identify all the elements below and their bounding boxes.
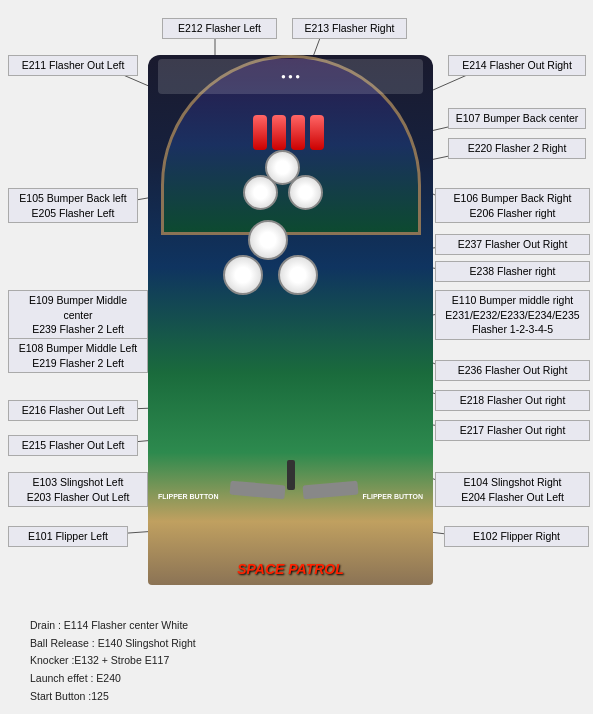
label-e216: E216 Flasher Out Left — [8, 400, 138, 421]
label-e218: E218 Flasher Out right — [435, 390, 590, 411]
label-e105-205: E105 Bumper Back leftE205 Flasher Left — [8, 188, 138, 223]
label-e213: E213 Flasher Right — [292, 18, 407, 39]
label-e236: E236 Flasher Out Right — [435, 360, 590, 381]
label-e109-239: E109 Bumper Middle centerE239 Flasher 2 … — [8, 290, 148, 340]
label-e108-219: E108 Bumper Middle LeftE219 Flasher 2 Le… — [8, 338, 148, 373]
label-e103-203: E103 Slingshot LeftE203 Flasher Out Left — [8, 472, 148, 507]
label-e107: E107 Bumper Back center — [448, 108, 586, 129]
bottom-line-4: Launch effet : E240 — [30, 670, 196, 688]
label-e106-206: E106 Bumper Back RightE206 Flasher right — [435, 188, 590, 223]
label-e220: E220 Flasher 2 Right — [448, 138, 586, 159]
label-e215: E215 Flasher Out Left — [8, 435, 138, 456]
label-e211: E211 Flasher Out Left — [8, 55, 138, 76]
label-e104-204: E104 Slingshot RightE204 Flasher Out Lef… — [435, 472, 590, 507]
label-e237: E237 Flasher Out Right — [435, 234, 590, 255]
label-e102: E102 Flipper Right — [444, 526, 589, 547]
pinball-board: FLIPPER BUTTON FLIPPER BUTTON SPACE PATR… — [148, 55, 433, 585]
label-e214: E214 Flasher Out Right — [448, 55, 586, 76]
bottom-line-2: Ball Release : E140 Slingshot Right — [30, 635, 196, 653]
bottom-line-5: Start Button :125 — [30, 688, 196, 706]
label-e101: E101 Flipper Left — [8, 526, 128, 547]
bottom-line-3: Knocker :E132 + Strobe E117 — [30, 652, 196, 670]
label-e212: E212 Flasher Left — [162, 18, 277, 39]
bottom-info: Drain : E114 Flasher center White Ball R… — [30, 617, 196, 706]
label-e217: E217 Flasher Out right — [435, 420, 590, 441]
label-e110: E110 Bumper middle rightE231/E232/E233/E… — [435, 290, 590, 340]
bottom-line-1: Drain : E114 Flasher center White — [30, 617, 196, 635]
label-e238: E238 Flasher right — [435, 261, 590, 282]
